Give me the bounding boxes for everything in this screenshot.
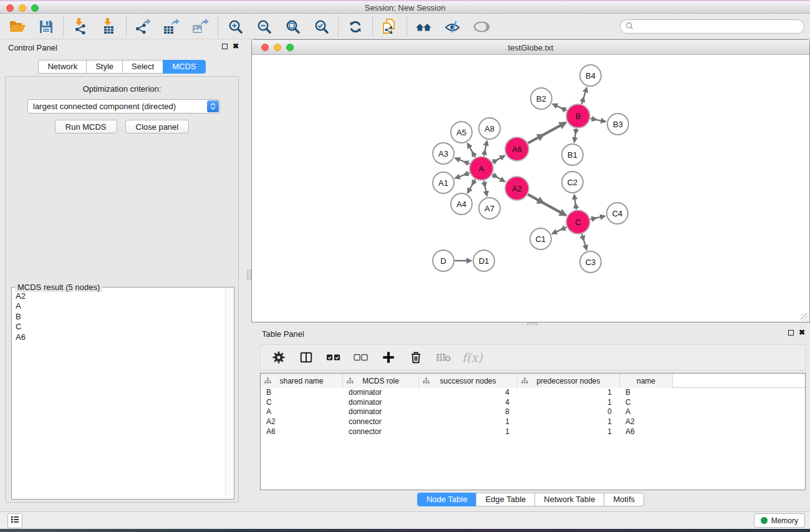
- column-header-name[interactable]: name: [620, 374, 673, 388]
- graph-node-B1[interactable]: B1: [562, 144, 583, 165]
- close-panel-icon[interactable]: ✖: [233, 43, 239, 50]
- graph-node-C2[interactable]: C2: [562, 172, 583, 193]
- graph-node-C1[interactable]: C1: [530, 228, 551, 249]
- graph-edge-B-B1[interactable]: [574, 128, 576, 142]
- graph-node-A8[interactable]: A8: [479, 118, 500, 139]
- deselect-all-icon[interactable]: [352, 349, 370, 366]
- graph-node-A6[interactable]: A6: [505, 137, 529, 161]
- open-file-icon[interactable]: [7, 17, 27, 37]
- tab-select[interactable]: Select: [122, 60, 163, 74]
- graph-edge-A-A6[interactable]: [493, 156, 505, 163]
- table-float-panel-icon[interactable]: [788, 330, 794, 336]
- graph-node-C4[interactable]: C4: [607, 203, 628, 224]
- graph-edge-A-A7[interactable]: [484, 181, 487, 196]
- table-row[interactable]: A6connector11A6: [261, 427, 805, 437]
- zoom-selected-icon[interactable]: [311, 17, 331, 37]
- copy-network-icon[interactable]: [380, 17, 400, 37]
- select-all-icon[interactable]: [325, 349, 342, 366]
- network-window-titlebar[interactable]: testGlobe.txt: [252, 40, 809, 55]
- graph-node-B2[interactable]: B2: [531, 88, 552, 109]
- graph-node-D[interactable]: D: [433, 250, 454, 271]
- graph-edge-B-B4[interactable]: [582, 87, 587, 104]
- graph-edge-A-A5[interactable]: [468, 143, 476, 158]
- search-input[interactable]: [634, 21, 804, 32]
- zoom-in-icon[interactable]: [225, 17, 245, 37]
- column-layout-icon[interactable]: [297, 349, 315, 366]
- graph-edge-C-C2[interactable]: [574, 195, 576, 210]
- close-panel-button[interactable]: Close panel: [125, 120, 190, 133]
- criterion-dropdown[interactable]: largest connected component (directed): [27, 99, 220, 114]
- graph-edge-A-A1[interactable]: [455, 173, 470, 178]
- table-close-panel-icon[interactable]: ✖: [799, 329, 805, 336]
- tab-mcds[interactable]: MCDS: [163, 60, 205, 74]
- search-box[interactable]: [620, 19, 804, 34]
- table-row[interactable]: Bdominator41B: [261, 388, 805, 398]
- result-list-item[interactable]: A6: [16, 332, 224, 342]
- graph-edge-A-A2[interactable]: [492, 175, 504, 181]
- graph-edge-B-B3[interactable]: [591, 118, 606, 122]
- graph-node-A1[interactable]: A1: [433, 172, 454, 193]
- graph-node-D1[interactable]: D1: [473, 250, 494, 271]
- graph-node-B3[interactable]: B3: [607, 114, 629, 135]
- result-scrollbar[interactable]: [225, 288, 233, 498]
- graph-node-A2[interactable]: A2: [505, 177, 529, 200]
- apply-layout-icon[interactable]: [414, 17, 434, 37]
- table-row[interactable]: Cdominator41C: [261, 398, 805, 408]
- graph-node-C[interactable]: C: [566, 210, 590, 234]
- table-row[interactable]: A2connector11A2: [261, 417, 805, 427]
- graph-edge-C-C4[interactable]: [591, 216, 605, 219]
- graph-edge-C-C1[interactable]: [552, 227, 567, 234]
- memory-button[interactable]: Memory: [754, 513, 805, 528]
- result-list-item[interactable]: C: [16, 322, 224, 332]
- graph-edge-A2-C[interactable]: [528, 195, 566, 216]
- tab-network[interactable]: Network: [38, 60, 87, 74]
- result-list-item[interactable]: A: [16, 301, 224, 311]
- export-image-icon[interactable]: [191, 17, 211, 37]
- graph-node-A[interactable]: A: [470, 157, 493, 180]
- delete-row-icon[interactable]: [407, 349, 425, 366]
- import-table-icon[interactable]: [99, 17, 119, 37]
- graph-edge-A6-B[interactable]: [528, 122, 566, 143]
- zoom-fit-icon[interactable]: [282, 17, 302, 37]
- column-header-successor-nodes[interactable]: successor nodes: [419, 374, 518, 388]
- table-tab-network-table[interactable]: Network Table: [534, 493, 604, 506]
- result-list-item[interactable]: A2: [16, 291, 224, 301]
- network-canvas[interactable]: AA1A2A3A4A5A6A7A8BB1B2B3B4CC1C2C3C4DD1: [252, 56, 809, 322]
- graph-node-B4[interactable]: B4: [580, 65, 601, 86]
- graph-node-A4[interactable]: A4: [451, 193, 472, 215]
- save-session-icon[interactable]: [36, 17, 56, 37]
- graph-node-A3[interactable]: A3: [433, 143, 454, 164]
- table-tab-node-table[interactable]: Node Table: [417, 493, 477, 506]
- resize-grip[interactable]: [801, 313, 809, 321]
- column-header-shared-name[interactable]: shared name: [261, 374, 343, 388]
- graph-edge-B-B2[interactable]: [552, 104, 567, 111]
- column-header-MCDS-role[interactable]: MCDS role: [343, 374, 419, 388]
- zoom-out-icon[interactable]: [254, 17, 274, 37]
- task-history-button[interactable]: [7, 513, 22, 528]
- run-mcds-button[interactable]: Run MCDS: [55, 120, 117, 133]
- float-panel-icon[interactable]: [222, 44, 228, 49]
- graph-edge-A-A3[interactable]: [455, 158, 470, 163]
- graph-edge-C-C3[interactable]: [582, 234, 587, 250]
- graph-node-B[interactable]: B: [566, 104, 590, 128]
- graph-edge-A-A4[interactable]: [468, 179, 475, 193]
- import-network-icon[interactable]: [70, 17, 90, 37]
- left-scroll-stub[interactable]: [247, 269, 251, 280]
- table-row[interactable]: Adominator80A: [261, 407, 805, 417]
- table-tab-motifs[interactable]: Motifs: [604, 493, 644, 506]
- graph-edge-A-A8[interactable]: [484, 141, 487, 157]
- bird-eye-view-icon[interactable]: [471, 17, 491, 37]
- tab-style[interactable]: Style: [86, 60, 123, 74]
- export-table-icon[interactable]: [162, 17, 182, 37]
- export-network-icon[interactable]: [133, 17, 153, 37]
- add-row-icon[interactable]: [380, 349, 397, 366]
- graph-node-C3[interactable]: C3: [580, 251, 601, 273]
- settings-gear-icon[interactable]: [270, 349, 287, 366]
- column-header-predecessor-nodes[interactable]: predecessor nodes: [518, 374, 620, 388]
- table-tab-edge-table[interactable]: Edge Table: [476, 493, 535, 506]
- graph-node-A5[interactable]: A5: [451, 122, 472, 143]
- graph-node-A7[interactable]: A7: [479, 198, 500, 219]
- graphics-details-icon[interactable]: [443, 17, 463, 37]
- refresh-icon[interactable]: [345, 17, 365, 37]
- result-list-item[interactable]: B: [16, 312, 224, 322]
